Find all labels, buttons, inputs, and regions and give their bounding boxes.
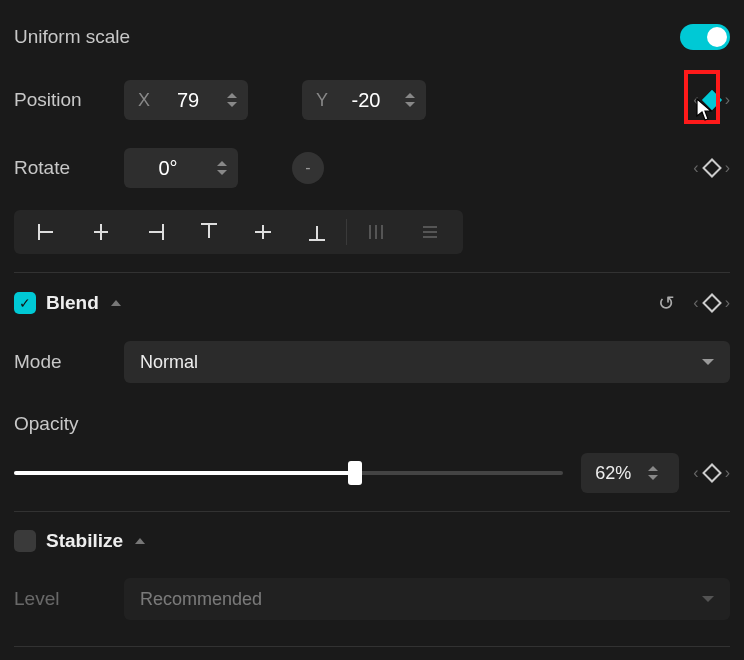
position-x-stepper[interactable]: [220, 84, 244, 116]
divider: [14, 272, 730, 273]
distribute-h-button: [349, 212, 403, 252]
align-right-button[interactable]: [128, 212, 182, 252]
position-y-input[interactable]: Y -20: [302, 80, 426, 120]
opacity-keyframe-nav: ‹ ›: [693, 464, 730, 482]
keyframe-prev-button[interactable]: ‹: [693, 294, 698, 312]
axis-y-label: Y: [316, 90, 328, 111]
position-keyframe-nav: ‹ ›: [693, 91, 730, 109]
stabilize-level-label: Level: [14, 588, 124, 610]
keyframe-prev-button[interactable]: ‹: [693, 91, 698, 109]
stabilize-level-row: Level Recommended: [14, 578, 730, 620]
separator: [346, 219, 347, 245]
stabilize-level-value: Recommended: [140, 589, 262, 610]
axis-x-label: X: [138, 90, 150, 111]
divider: [14, 646, 730, 647]
blend-mode-label: Mode: [14, 351, 124, 373]
blend-section-header: ✓ Blend ↺ ‹ ›: [14, 291, 730, 315]
uniform-scale-row: Uniform scale: [14, 24, 730, 50]
slider-knob[interactable]: [348, 461, 362, 485]
opacity-value-box[interactable]: 62%: [581, 453, 679, 493]
keyframe-next-button[interactable]: ›: [725, 464, 730, 482]
rotate-dial[interactable]: -: [292, 152, 324, 184]
reset-icon[interactable]: ↺: [658, 291, 675, 315]
chevron-up-icon: [405, 93, 415, 98]
rotate-input[interactable]: 0°: [124, 148, 238, 188]
opacity-stepper[interactable]: [641, 457, 665, 489]
chevron-down-icon: [217, 170, 227, 175]
collapse-icon[interactable]: [135, 538, 145, 544]
chevron-up-icon: [227, 93, 237, 98]
blend-enable-checkbox[interactable]: ✓: [14, 292, 36, 314]
opacity-label-row: Opacity: [14, 413, 730, 435]
uniform-scale-toggle[interactable]: [680, 24, 730, 50]
blend-keyframe-nav: ‹ ›: [693, 294, 730, 312]
rotate-value: 0°: [138, 157, 198, 180]
align-left-button[interactable]: [20, 212, 74, 252]
opacity-label: Opacity: [14, 413, 78, 435]
position-label: Position: [14, 89, 124, 111]
opacity-slider[interactable]: [14, 470, 563, 476]
blend-title: Blend: [46, 292, 99, 314]
blend-mode-row: Mode Normal: [14, 341, 730, 383]
alignment-toolbar: [14, 210, 463, 254]
keyframe-diamond-icon[interactable]: [702, 293, 722, 313]
stabilize-enable-checkbox[interactable]: [14, 530, 36, 552]
opacity-value: 62%: [595, 463, 631, 484]
rotate-stepper[interactable]: [210, 152, 234, 184]
collapse-icon[interactable]: [111, 300, 121, 306]
chevron-down-icon: [227, 102, 237, 107]
divider: [14, 511, 730, 512]
keyframe-prev-button[interactable]: ‹: [693, 464, 698, 482]
opacity-row: 62% ‹ ›: [14, 453, 730, 493]
slider-fill: [14, 471, 355, 475]
align-v-center-button[interactable]: [236, 212, 290, 252]
chevron-up-icon: [217, 161, 227, 166]
blend-mode-dropdown[interactable]: Normal: [124, 341, 730, 383]
stabilize-title: Stabilize: [46, 530, 123, 552]
keyframe-next-button[interactable]: ›: [725, 91, 730, 109]
position-x-value: 79: [168, 89, 208, 112]
keyframe-next-button[interactable]: ›: [725, 159, 730, 177]
blend-mode-value: Normal: [140, 352, 198, 373]
align-top-button[interactable]: [182, 212, 236, 252]
position-x-input[interactable]: X 79: [124, 80, 248, 120]
chevron-down-icon: [648, 475, 658, 480]
align-h-center-button[interactable]: [74, 212, 128, 252]
stabilize-level-dropdown[interactable]: Recommended: [124, 578, 730, 620]
distribute-v-button: [403, 212, 457, 252]
keyframe-diamond-icon[interactable]: [702, 463, 722, 483]
chevron-up-icon: [648, 466, 658, 471]
chevron-down-icon: [405, 102, 415, 107]
position-row: Position X 79 Y -20 ‹ ›: [14, 80, 730, 120]
align-bottom-button[interactable]: [290, 212, 344, 252]
position-y-stepper[interactable]: [398, 84, 422, 116]
stabilize-section-header: Stabilize: [14, 530, 730, 552]
keyframe-next-button[interactable]: ›: [725, 294, 730, 312]
rotate-keyframe-nav: ‹ ›: [693, 159, 730, 177]
uniform-scale-label: Uniform scale: [14, 26, 130, 48]
keyframe-diamond-icon[interactable]: [702, 158, 722, 178]
keyframe-diamond-icon[interactable]: [702, 90, 722, 110]
keyframe-prev-button[interactable]: ‹: [693, 159, 698, 177]
rotate-row: Rotate 0° - ‹ ›: [14, 148, 730, 188]
rotate-label: Rotate: [14, 157, 124, 179]
position-y-value: -20: [346, 89, 386, 112]
toggle-knob: [707, 27, 727, 47]
